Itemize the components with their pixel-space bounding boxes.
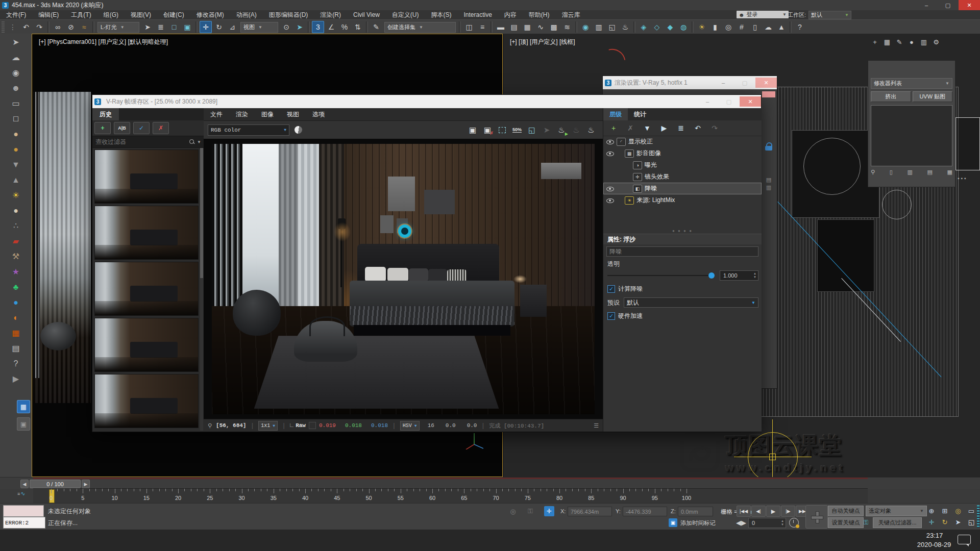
layer-row-降噪[interactable]: ◧降噪 bbox=[603, 183, 762, 194]
spinner-snap-icon[interactable]: ⇅ bbox=[352, 21, 364, 33]
add-to-history-icon[interactable]: + bbox=[94, 122, 111, 134]
layer-row-显示校正[interactable]: ◜显示校正 bbox=[603, 136, 762, 147]
fit-frame-icon[interactable]: ◱ bbox=[525, 124, 538, 136]
camera-viewport-label[interactable]: [+] [PhysCamera001] [用户定义] [默认明暗处理] bbox=[39, 38, 168, 46]
time-tag-icon[interactable]: ▣ bbox=[669, 518, 677, 527]
ghost-cursor-icon[interactable]: ➤ bbox=[540, 124, 553, 136]
eye-cell[interactable] bbox=[603, 197, 617, 204]
arnold-icon[interactable]: ▲ bbox=[775, 21, 788, 33]
select-link-icon[interactable]: ∞ bbox=[52, 21, 64, 33]
select-manipulate-icon[interactable]: ➤ bbox=[293, 21, 306, 33]
align-icon[interactable]: ≡ bbox=[476, 21, 488, 33]
select-by-name-icon[interactable]: ≣ bbox=[155, 21, 167, 33]
lathe-icon[interactable]: ▲ bbox=[5, 173, 27, 187]
zoom-region-icon[interactable]: ▭ bbox=[965, 505, 978, 516]
teal-4-icon[interactable]: ◍ bbox=[677, 21, 690, 33]
unlink-selection-icon[interactable]: ⊘ bbox=[65, 21, 77, 33]
x-field[interactable]: 7966.434m bbox=[568, 507, 612, 516]
vfb-menu-渲染[interactable]: 渲染 bbox=[229, 108, 255, 120]
window-crossing-icon[interactable]: ▣ bbox=[181, 21, 193, 33]
modifier-list-dropdown[interactable]: 修改器列表 ▼ bbox=[871, 78, 952, 89]
isolate-selection-icon[interactable]: ◎ bbox=[508, 507, 518, 516]
plugin-grid-button[interactable]: ▦ bbox=[17, 400, 30, 413]
help-ic-icon[interactable]: ? bbox=[794, 21, 806, 33]
maxscript-error[interactable]: ERROR:2 bbox=[3, 517, 45, 529]
load-layers-icon[interactable]: ▶ bbox=[657, 122, 671, 134]
layer-row-曝光[interactable]: ◑曝光 bbox=[603, 159, 762, 171]
rect-region-icon[interactable]: □ bbox=[168, 21, 180, 33]
lock-icon[interactable] bbox=[765, 142, 772, 151]
history-filter-input[interactable] bbox=[92, 138, 189, 145]
settings-icon[interactable]: ⚙ bbox=[930, 36, 942, 47]
reference-coordinate-dropdown[interactable]: 视图▼ bbox=[240, 22, 278, 33]
minimize-button[interactable]: – bbox=[916, 0, 937, 10]
vfb-menu-选项[interactable]: 选项 bbox=[306, 108, 331, 120]
transform-type-in-icon[interactable]: ✛ bbox=[544, 506, 554, 516]
cloud-icon[interactable]: ☁ bbox=[5, 51, 27, 64]
menu-item-T[interactable]: 工具(T) bbox=[65, 10, 97, 19]
material-editor-icon[interactable]: ◉ bbox=[579, 21, 592, 33]
stamp-icon[interactable]: ☰ bbox=[594, 422, 599, 429]
go-to-start-button[interactable]: |◀◀ bbox=[737, 506, 751, 517]
add-layer-icon[interactable]: + bbox=[606, 122, 621, 134]
redo-icon[interactable]: ↷ bbox=[707, 122, 722, 134]
vfb-menu-图像[interactable]: 图像 bbox=[255, 108, 280, 120]
percent-snap-icon[interactable]: % bbox=[338, 21, 351, 33]
render-settings-title-bar[interactable]: 3 渲染设置: V-Ray 5, hotfix 1 – ▢ ✕ bbox=[603, 76, 777, 89]
pixel-ratio-dropdown[interactable]: 1x1 ▼ bbox=[258, 421, 278, 431]
teal-1-icon[interactable]: ◈ bbox=[638, 21, 650, 33]
toolbar-drag-handle[interactable] bbox=[2, 21, 5, 33]
tab-layers[interactable]: 层级 bbox=[603, 108, 628, 120]
curve-editor-icon[interactable]: ∿ bbox=[534, 21, 547, 33]
render-production-icon[interactable]: ♨ bbox=[619, 21, 631, 33]
remove-history-icon[interactable]: ✗ bbox=[153, 122, 169, 134]
sphere-tan-icon[interactable]: ● bbox=[5, 127, 27, 141]
workspace-dropdown[interactable]: 默认 ▼ bbox=[808, 11, 851, 19]
render-interactive-icon[interactable]: ♨ bbox=[584, 124, 598, 136]
visibility-eye-icon[interactable] bbox=[606, 150, 614, 157]
redo-icon[interactable]: ↷ bbox=[33, 21, 45, 33]
remove-modifier-icon[interactable]: ▤ bbox=[927, 169, 933, 176]
close-button[interactable]: ✕ bbox=[755, 78, 777, 88]
menu-item-CivilView[interactable]: Civil View bbox=[347, 10, 386, 19]
person-icon[interactable]: ☻ bbox=[5, 81, 27, 95]
opacity-slider[interactable] bbox=[607, 275, 715, 276]
set-compare-icon[interactable]: ✓ bbox=[133, 122, 150, 134]
time-configuration-icon[interactable] bbox=[789, 518, 799, 528]
handle-icon[interactable]: ⋮ bbox=[7, 21, 19, 33]
menu-item-H[interactable]: 帮助(H) bbox=[523, 10, 556, 19]
menu-item-R[interactable]: 渲染(R) bbox=[314, 10, 347, 19]
clipboard-icon[interactable]: ▤ bbox=[5, 341, 27, 355]
walk-icon[interactable]: ➤ bbox=[951, 516, 965, 528]
brush-red-icon[interactable]: ▰ bbox=[5, 234, 27, 248]
top-viewport-label[interactable]: [+] [顶] [用户定义] [线框] bbox=[510, 38, 575, 46]
notification-icon[interactable] bbox=[958, 535, 971, 544]
menu-item-G[interactable]: 组(G) bbox=[97, 10, 125, 19]
menu-item-A[interactable]: 动画(A) bbox=[230, 10, 263, 19]
vfb-image-area[interactable] bbox=[204, 139, 603, 419]
orbit-icon[interactable]: ↻ bbox=[938, 516, 951, 528]
snap-toggle-icon[interactable]: 3 bbox=[312, 21, 324, 33]
visibility-eye-icon[interactable] bbox=[606, 197, 614, 204]
bowl-gold-icon[interactable]: ● bbox=[5, 142, 27, 156]
history-scrollbar[interactable] bbox=[200, 148, 203, 431]
leaf-green-icon[interactable]: ♣ bbox=[5, 280, 27, 294]
render-history-thumbnail[interactable] bbox=[94, 318, 199, 372]
chevron-down-icon[interactable]: ▼ bbox=[197, 140, 201, 144]
zoom-icon[interactable]: ⊕ bbox=[925, 505, 938, 516]
login-control[interactable]: ☻ 登录 ▼ bbox=[737, 11, 789, 18]
vfb-menu-视图[interactable]: 视图 bbox=[280, 108, 306, 120]
select-object-icon[interactable]: ➤ bbox=[141, 21, 154, 33]
tab-history[interactable]: 历史 bbox=[92, 108, 119, 120]
maxscript-mini-listener[interactable] bbox=[3, 505, 44, 517]
y-field[interactable]: -4476.339 bbox=[623, 507, 667, 516]
pan-icon[interactable]: ✛ bbox=[925, 516, 938, 528]
vray-frame-buffer-window[interactable]: 3 V-Ray 帧缓存区 - [25.0% of 3000 x 2089] – … bbox=[92, 94, 762, 432]
palette-icon[interactable]: ◐ bbox=[5, 311, 27, 324]
region-select-icon[interactable]: □ bbox=[496, 124, 509, 136]
save-remove-icon[interactable]: ▣✗ bbox=[481, 124, 494, 136]
frame-step-icon[interactable]: ◀▶ bbox=[737, 518, 746, 527]
slider-handle-icon[interactable] bbox=[708, 272, 715, 279]
zoom-extents-icon[interactable]: ◎ bbox=[951, 505, 965, 516]
sphere-blue-icon[interactable]: ● bbox=[5, 295, 27, 309]
